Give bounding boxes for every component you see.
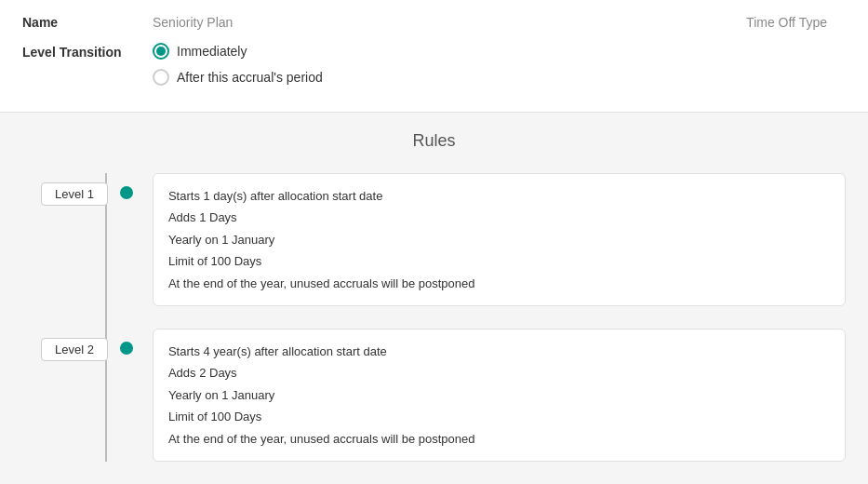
level-transition-row: Level Transition Immediately After this …: [22, 43, 846, 86]
rules-section: Rules Level 1 Starts 1 day(s) after allo…: [0, 113, 868, 484]
level1-connector: [108, 173, 145, 199]
level1-label: Level 1: [41, 182, 108, 206]
level1-card: Starts 1 day(s) after allocation start d…: [153, 173, 846, 306]
level1-line3: Yearly on 1 January: [168, 229, 830, 250]
level1-line5: At the end of the year, unused accruals …: [168, 273, 830, 294]
top-section: Name Seniority Plan Time Off Type Level …: [0, 0, 868, 113]
level1-line1: Starts 1 day(s) after allocation start d…: [168, 185, 830, 207]
level2-label: Level 2: [41, 338, 108, 361]
level1-line2: Adds 1 Days: [168, 207, 830, 228]
after-period-radio[interactable]: [153, 69, 169, 86]
level2-line1: Starts 4 year(s) after allocation start …: [168, 341, 830, 362]
immediately-option[interactable]: Immediately: [153, 43, 323, 60]
rules-title: Rules: [22, 131, 846, 151]
level2-dot: [120, 342, 133, 355]
level2-connector: [108, 329, 145, 355]
level1-line4: Limit of 100 Days: [168, 250, 830, 272]
immediately-label: Immediately: [177, 44, 247, 59]
after-period-label: After this accrual's period: [177, 70, 323, 85]
level1-dot: [120, 186, 133, 199]
name-header: Name: [22, 15, 153, 30]
timeline-item-level1: Level 1 Starts 1 day(s) after allocation…: [41, 173, 846, 306]
after-period-option[interactable]: After this accrual's period: [153, 69, 323, 86]
level2-line3: Yearly on 1 January: [168, 384, 830, 406]
timeline-wrapper: Level 1 Starts 1 day(s) after allocation…: [22, 173, 846, 462]
level-transition-label: Level Transition: [22, 43, 153, 60]
timeline-item-level2: Level 2 Starts 4 year(s) after allocatio…: [41, 329, 846, 462]
level2-line5: At the end of the year, unused accruals …: [168, 428, 830, 450]
immediately-radio[interactable]: [153, 43, 169, 60]
level2-line4: Limit of 100 Days: [168, 406, 830, 427]
level-transition-options: Immediately After this accrual's period: [153, 43, 323, 86]
level2-line2: Adds 2 Days: [168, 362, 830, 383]
seniority-header: Seniority Plan: [153, 15, 746, 30]
header-row: Name Seniority Plan Time Off Type: [22, 15, 846, 30]
timeoff-header: Time Off Type: [746, 15, 827, 30]
level2-card: Starts 4 year(s) after allocation start …: [153, 329, 846, 462]
